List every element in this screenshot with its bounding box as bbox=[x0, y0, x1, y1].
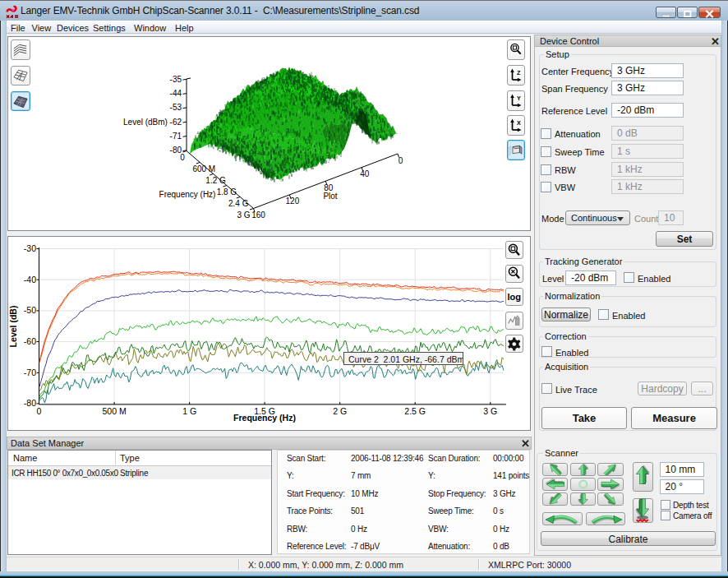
svg-text:Level (dBm): Level (dBm) bbox=[123, 118, 168, 127]
svg-text:-70: -70 bbox=[24, 368, 36, 377]
svg-text:0: 0 bbox=[399, 156, 403, 165]
svg-text:-62: -62 bbox=[170, 118, 182, 127]
svg-text:Frequency (Hz): Frequency (Hz) bbox=[159, 190, 216, 199]
svg-text:-44: -44 bbox=[170, 89, 182, 98]
svg-text:0: 0 bbox=[37, 406, 42, 416]
svg-text:3 G: 3 G bbox=[237, 210, 250, 220]
svg-text:-30: -30 bbox=[24, 243, 36, 253]
svg-text:2.5 G: 2.5 G bbox=[404, 406, 426, 416]
svg-text:-71: -71 bbox=[170, 132, 182, 141]
svg-text:Frequency (Hz): Frequency (Hz) bbox=[233, 413, 296, 423]
svg-text:Z: Z bbox=[517, 69, 521, 76]
svg-text:-35: -35 bbox=[170, 75, 182, 84]
svg-text:-53: -53 bbox=[170, 103, 182, 112]
svg-text:Plot: Plot bbox=[323, 192, 337, 201]
svg-text:2 G: 2 G bbox=[333, 406, 347, 416]
svg-text:40: 40 bbox=[360, 169, 370, 178]
svg-text:-50: -50 bbox=[24, 305, 36, 315]
svg-text:-60: -60 bbox=[24, 336, 36, 346]
svg-text:Level (dB): Level (dB) bbox=[8, 306, 18, 348]
svg-text:500 M: 500 M bbox=[103, 406, 127, 416]
svg-text:1.2 G: 1.2 G bbox=[205, 176, 226, 185]
svg-text:0: 0 bbox=[180, 153, 185, 162]
svg-text:-40: -40 bbox=[24, 275, 36, 284]
svg-text:600 M: 600 M bbox=[192, 164, 215, 173]
svg-text:2.4 G: 2.4 G bbox=[228, 199, 249, 208]
svg-text:1.8 G: 1.8 G bbox=[217, 187, 237, 197]
svg-text:160: 160 bbox=[251, 210, 265, 220]
svg-text:1 G: 1 G bbox=[182, 406, 196, 416]
svg-text:Y: Y bbox=[517, 95, 521, 102]
svg-text:120: 120 bbox=[286, 197, 300, 206]
svg-text:X: X bbox=[517, 119, 521, 127]
svg-text:3 G: 3 G bbox=[483, 406, 497, 416]
svg-text:-80: -80 bbox=[24, 398, 36, 408]
